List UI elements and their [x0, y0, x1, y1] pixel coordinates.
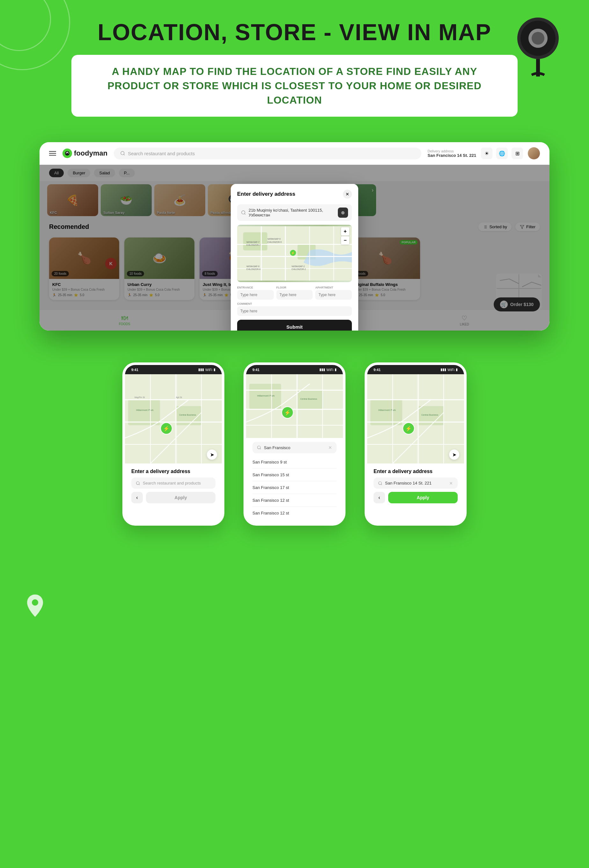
svg-text:⚡: ⚡ [284, 410, 291, 416]
right-wifi-icon: WiFi [447, 368, 455, 372]
phone-right-clear-icon[interactable] [449, 481, 453, 486]
apartment-field: APARTMENT [315, 286, 352, 300]
zoom-out-button[interactable]: − [341, 236, 349, 245]
modal-title: Enter delivery address [237, 191, 295, 197]
phone-right-apply-button[interactable]: Apply [388, 492, 458, 503]
comment-field-group: COMMENT [231, 302, 358, 320]
phone-left-search-text: Search restaurant and products [143, 481, 201, 486]
phone-left-sheet-title: Enter a delivery address [131, 469, 216, 474]
phone-right-map-svg: Hillarmont Park Central Business ⚡ [367, 374, 464, 464]
phone-right-status-bar: 9:41 ▮▮▮ WiFi ▮ [367, 365, 464, 374]
search-result-0[interactable]: San Fransisco 9 st [252, 456, 337, 469]
apartment-input[interactable] [315, 290, 352, 300]
phone-middle-search-bar[interactable]: San Fransisco ✕ [252, 442, 337, 453]
svg-point-13 [242, 211, 245, 214]
svg-point-70 [258, 446, 260, 449]
phone-left-action-row: ‹ Apply [131, 492, 216, 503]
hamburger-line-2 [49, 153, 56, 154]
nav-right: Delivery address San Francisco 14 St. 22… [428, 147, 540, 159]
phone-right-address-bar[interactable]: San Fransisco 14 St. 221 [373, 477, 458, 489]
modal-address-row: 21b Muqimiy ko'chasi, Tashkent 100115, У… [237, 204, 352, 221]
deco-location-pin [25, 593, 44, 620]
deco-pin-top-right [512, 13, 564, 77]
phone-left-search-bar[interactable]: Search restaurant and products [131, 477, 216, 489]
search-result-3[interactable]: San Fransisco 12 st [252, 494, 337, 507]
main-content: All Burger Salad P... 🍕 KFC 🥗 Sultan Sar… [40, 165, 549, 331]
floor-label: FLOOR [276, 286, 313, 289]
hero-subtitle-box: A HANDY MAP TO FIND THE LOCATION OF A ST… [71, 55, 518, 117]
wifi-icon: WiFi [205, 368, 212, 372]
phone-middle-status-bar: 9:41 ▮▮▮ WiFi ▮ [246, 365, 343, 374]
phone-middle-map-svg: Hillarmont Park Central Business ⚡ [246, 374, 343, 438]
svg-text:Central Business: Central Business [300, 398, 317, 400]
svg-point-3 [531, 32, 545, 44]
apartment-label: APARTMENT [315, 286, 352, 289]
svg-text:Central Business: Central Business [421, 414, 438, 416]
submit-button[interactable]: Submit [237, 320, 352, 331]
phone-left-apply-button[interactable]: Apply [146, 492, 216, 503]
svg-text:ЧИЛАНЗАР-5: ЧИЛАНЗАР-5 [267, 238, 281, 241]
phones-section: 9:41 ▮▮▮ WiFi ▮ Hillarmont Park Central … [0, 343, 589, 545]
search-result-4[interactable]: San Fransisco 12 st [252, 507, 337, 519]
phone-right-back-button[interactable]: ‹ [373, 492, 385, 503]
zoom-in-button[interactable]: + [341, 227, 349, 236]
grid-icon-btn[interactable]: ⊞ [512, 148, 523, 159]
map-zoom-controls: + − [341, 227, 349, 245]
svg-point-5 [121, 151, 124, 155]
mid-wifi-icon: WiFi [326, 368, 334, 372]
logo-icon [62, 149, 72, 158]
phone-middle-mockup: 9:41 ▮▮▮ WiFi ▮ Hillarmont Park Central … [244, 362, 345, 526]
phone-right-sheet: Enter a delivery address San Fransisco 1… [367, 464, 464, 508]
svg-text:Hillarmont Park: Hillarmont Park [136, 409, 154, 412]
signal-icon: ▮▮▮ [198, 368, 204, 372]
phone-left-back-button[interactable]: ‹ [131, 492, 143, 503]
entrance-field: ENTRANCE [237, 286, 274, 300]
svg-text:ЧИЛАНЗАР-7: ЧИЛАНЗАР-7 [246, 241, 260, 243]
phone-middle-search-panel: San Fransisco ✕ San Fransisco 9 st San F… [246, 438, 343, 523]
modal-map: ЧИЛАНЗАР-7 CHILONZOR-7 ЧИЛАНЗАР-5 CHILON… [237, 225, 352, 282]
modal-overlay: Enter delivery address ✕ 21b Muqimiy ko'… [40, 165, 549, 331]
svg-text:CHILONZOR-5: CHILONZOR-5 [267, 241, 282, 243]
phone-left-mockup: 9:41 ▮▮▮ WiFi ▮ Hillarmont Park Central … [123, 362, 224, 526]
svg-text:⚡: ⚡ [163, 425, 170, 432]
search-result-2[interactable]: San Fransisco 17 st [252, 481, 337, 494]
logo-text: foodyman [74, 149, 108, 158]
svg-text:CHILONZOR-2: CHILONZOR-2 [292, 268, 306, 270]
floor-field: FLOOR [276, 286, 313, 300]
phone-middle-clear-button[interactable]: ✕ [328, 445, 332, 450]
phone-right-mockup: 9:41 ▮▮▮ WiFi ▮ Hillarmont Park Central … [365, 362, 466, 526]
phone-left-time: 9:41 [131, 368, 138, 372]
nav-icon-group: ☀ 🌐 ⊞ [481, 148, 523, 159]
search-result-1[interactable]: San Fransisco 15 st [252, 469, 337, 481]
svg-point-55 [136, 482, 139, 484]
comment-label: COMMENT [237, 302, 352, 306]
hamburger-line-3 [49, 155, 56, 155]
phone-right-status-icons: ▮▮▮ WiFi ▮ [440, 368, 458, 372]
floor-input[interactable] [276, 290, 313, 300]
entrance-input[interactable] [237, 290, 274, 300]
svg-point-38 [32, 599, 38, 606]
delivery-label: Delivery address [428, 149, 476, 153]
modal-target-button[interactable]: ⊕ [338, 208, 348, 218]
hero-section: LOCATION, STORE - VIEW IN MAP A HANDY MA… [0, 0, 589, 130]
hamburger-menu[interactable] [49, 151, 56, 155]
modal-close-button[interactable]: ✕ [343, 190, 352, 199]
svg-text:ЧИЛАНЗАР-2: ЧИЛАНЗАР-2 [292, 265, 305, 267]
globe-icon-btn[interactable]: 🌐 [496, 148, 508, 159]
nav-search-bar[interactable]: Search restaurant and products [114, 148, 421, 159]
phone-middle-status-icons: ▮▮▮ WiFi ▮ [319, 368, 337, 372]
modal-header: Enter delivery address ✕ [231, 184, 358, 204]
delivery-address-text: San Francisco 14 St. 221 [428, 153, 476, 158]
phone-left-map-svg: Hillarmont Park Central Business ⚡ MapPi… [125, 374, 222, 464]
phone-left-map: Hillarmont Park Central Business ⚡ MapPi… [125, 374, 222, 464]
mid-signal-icon: ▮▮▮ [319, 368, 325, 372]
navbar: foodyman Search restaurant and products … [40, 142, 549, 165]
logo: foodyman [62, 149, 108, 158]
comment-input[interactable] [237, 306, 352, 316]
modal-fields: ENTRANCE FLOOR APARTMENT [231, 286, 358, 302]
sun-icon-btn[interactable]: ☀ [481, 148, 492, 159]
svg-text:⚡: ⚡ [291, 251, 295, 255]
svg-text:Hillarmont Park: Hillarmont Park [257, 394, 275, 397]
phone-middle-time: 9:41 [252, 368, 260, 372]
user-avatar[interactable] [528, 147, 540, 159]
